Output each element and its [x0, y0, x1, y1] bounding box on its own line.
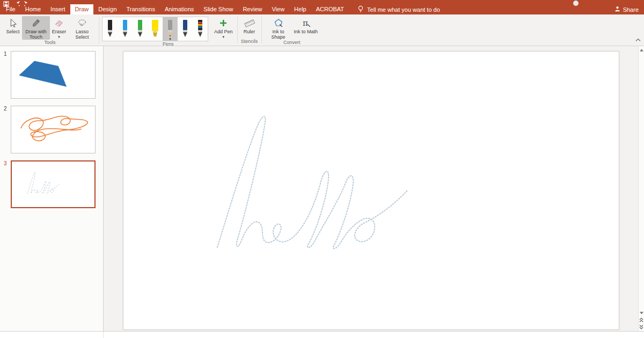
convert-group-label: Convert	[262, 40, 323, 46]
triangle-down-icon	[640, 312, 643, 314]
add-pen-label: Add Pen	[214, 29, 233, 34]
slide-number: 3	[4, 160, 7, 166]
status-bar	[0, 331, 644, 338]
pen-icon	[120, 19, 130, 38]
slide-thumbnail-3[interactable]: 3	[11, 160, 96, 208]
tab-insert[interactable]: Insert	[46, 4, 70, 14]
slide-thumbnail-1[interactable]: 1	[11, 51, 96, 99]
status-bar-left	[0, 332, 104, 338]
tab-view[interactable]: View	[267, 4, 289, 14]
pen-galaxy-pen[interactable]	[193, 17, 208, 41]
pen-green-pen[interactable]	[133, 17, 148, 41]
eraser-icon	[54, 17, 64, 28]
pen-dark-blue-pen[interactable]	[178, 17, 193, 41]
tab-home[interactable]: Home	[20, 4, 46, 14]
ruler-button[interactable]: Ruler	[240, 16, 259, 34]
slide-1-preview[interactable]	[11, 51, 96, 99]
user-avatar[interactable]	[573, 1, 579, 6]
eraser-button[interactable]: Eraser ▾	[50, 16, 68, 39]
main-area: 1 2 3	[0, 46, 644, 331]
tab-draw[interactable]: Draw	[70, 4, 94, 14]
slide-thumbnail-2[interactable]: 2	[11, 106, 96, 153]
tell-me-box[interactable]: Tell me what you want to do	[357, 4, 440, 14]
pen-icon	[180, 19, 191, 38]
tell-me-label: Tell me what you want to do	[367, 6, 440, 13]
add-pen-button[interactable]: Add Pen ▾	[213, 16, 235, 39]
pen-black-pen[interactable]	[103, 17, 118, 41]
tab-file[interactable]: File	[1, 4, 20, 14]
draw-with-touch-label: Draw with Touch	[24, 29, 48, 40]
galaxy-pen-icon	[195, 19, 206, 38]
ink-to-math-icon: π	[301, 17, 311, 28]
ribbon: Select Draw with Touch Eraser ▾ Lasso Se…	[0, 14, 644, 46]
person-icon	[614, 6, 620, 13]
lightbulb-icon	[357, 5, 364, 14]
tab-slide-show[interactable]: Slide Show	[199, 4, 238, 14]
triangle-up-icon	[640, 49, 643, 52]
ribbon-group-convert: Ink to Shape π Ink to Math Convert	[262, 14, 323, 46]
lasso-select-button[interactable]: Lasso Select	[68, 16, 96, 40]
pen-icon	[105, 19, 115, 38]
pen-pencil[interactable]: ▾	[163, 17, 178, 41]
add-pen-dropdown-icon: ▾	[223, 35, 225, 39]
slide-1-shape	[11, 52, 95, 98]
tools-group-label: Tools	[1, 40, 99, 46]
ribbon-tabs: File Home Insert Draw Design Transitions…	[1, 4, 440, 14]
pen-yellow-highlighter[interactable]	[148, 17, 163, 41]
draw-with-touch-button[interactable]: Draw with Touch	[22, 16, 50, 40]
eraser-dropdown-icon[interactable]: ▾	[58, 35, 60, 39]
lasso-icon	[77, 17, 87, 28]
ruler-label: Ruler	[244, 29, 255, 34]
slide-3-ink	[12, 161, 94, 207]
slide-thumbnail-panel: 1 2 3	[0, 46, 104, 331]
double-chevron-down-icon	[639, 325, 643, 329]
next-slide-button[interactable]	[639, 324, 644, 330]
pen-blue-pen[interactable]	[118, 17, 133, 41]
pen-gallery-more-button[interactable]: ▾	[169, 37, 171, 41]
title-bar: File Home Insert Draw Design Transitions…	[0, 0, 644, 14]
ribbon-group-stencils: Ruler Stencils	[238, 14, 261, 46]
cursor-icon	[8, 17, 18, 28]
tab-animations[interactable]: Animations	[160, 4, 199, 14]
select-label: Select	[6, 29, 19, 34]
pen-icon	[135, 19, 145, 38]
tab-transitions[interactable]: Transitions	[122, 4, 160, 14]
svg-text:π: π	[303, 18, 308, 28]
eraser-label: Eraser	[52, 29, 67, 34]
highlighter-icon	[150, 19, 160, 38]
ink-to-math-label: Ink to Math	[294, 29, 318, 34]
lasso-select-label: Lasso Select	[70, 29, 94, 40]
select-button[interactable]: Select	[4, 16, 22, 34]
stylus-icon	[31, 17, 41, 28]
vertical-scrollbar[interactable]	[638, 46, 644, 331]
tab-review[interactable]: Review	[238, 4, 267, 14]
ruler-icon	[244, 17, 255, 28]
hello-ink-drawing	[123, 52, 620, 330]
tab-acrobat[interactable]: ACROBAT	[311, 4, 349, 14]
plus-icon	[219, 17, 228, 28]
ribbon-group-pens: ▾ Add Pen ▾ Pens	[99, 14, 237, 46]
slide-2-scribble	[11, 106, 95, 153]
previous-slide-button[interactable]	[639, 317, 644, 324]
slide-number: 2	[4, 106, 7, 112]
ink-to-shape-button[interactable]: Ink to Shape	[265, 16, 292, 40]
tab-design[interactable]: Design	[93, 4, 121, 14]
slide-3-preview[interactable]	[11, 160, 96, 208]
ink-to-math-button[interactable]: π Ink to Math	[292, 16, 320, 34]
slide-2-preview[interactable]	[11, 106, 96, 153]
collapse-ribbon-button[interactable]	[635, 34, 641, 44]
ink-to-shape-icon	[273, 17, 284, 28]
pencil-icon	[165, 19, 175, 38]
scroll-down-button[interactable]	[639, 310, 644, 317]
double-chevron-up-icon	[639, 318, 643, 322]
slide-number: 1	[4, 51, 7, 57]
share-button[interactable]: Share	[614, 4, 639, 14]
share-label: Share	[623, 6, 639, 13]
slide-editing-surface[interactable]	[123, 51, 619, 330]
ribbon-group-tools: Select Draw with Touch Eraser ▾ Lasso Se…	[1, 14, 99, 46]
chevron-up-icon	[635, 38, 641, 42]
scroll-up-button[interactable]	[639, 47, 644, 54]
pen-gallery: ▾	[102, 17, 208, 41]
slide-canvas-area	[104, 46, 638, 331]
tab-help[interactable]: Help	[289, 4, 311, 14]
